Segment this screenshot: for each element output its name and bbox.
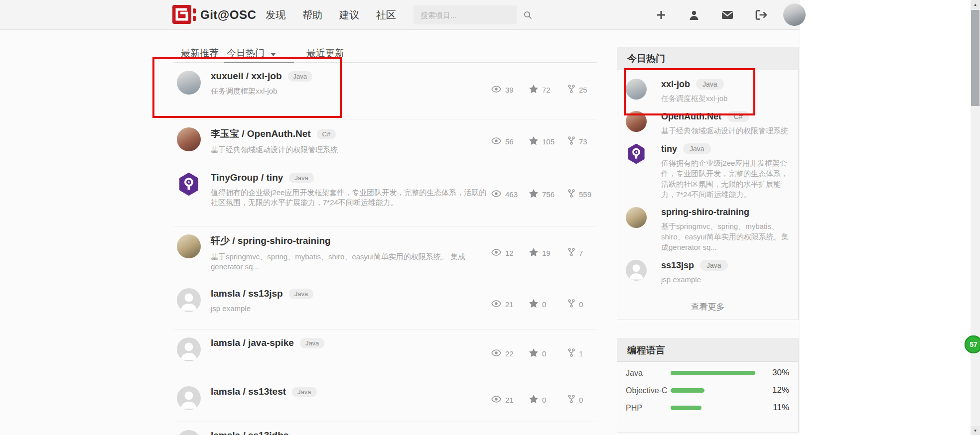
fork-stat: 7	[568, 248, 592, 258]
eye-icon	[491, 349, 501, 358]
hot-project-item[interactable]: OpenAuth.NetC#基于经典领域驱动设计的权限管理系统	[626, 111, 789, 136]
hot-project-name[interactable]: tiny	[661, 144, 677, 154]
chevron-down-icon	[271, 48, 276, 59]
language-label[interactable]: Java	[626, 368, 671, 381]
avatar[interactable]	[626, 79, 647, 100]
floating-badge[interactable]: 57	[965, 335, 980, 353]
project-title[interactable]: TinyGroup / tiny	[211, 172, 283, 183]
hot-project-item[interactable]: xxl-jobJava任务调度框架xxl-job	[626, 79, 789, 104]
eye-icon	[491, 396, 501, 404]
star-icon	[529, 348, 538, 358]
language-tag: Java	[289, 173, 313, 183]
project-stats: 2100	[491, 395, 592, 405]
hot-project-description: 值得拥有的企业级j2ee应用开发框架套件，专业团队开发，完整的生态体系，活跃的社…	[661, 158, 789, 200]
project-row[interactable]: lamsla / ss13jdbc	[173, 422, 597, 435]
language-label[interactable]: Objective-C	[626, 385, 671, 398]
project-row[interactable]: TinyGroup / tinyJava值得拥有的企业级j2ee应用开发框架套件…	[173, 164, 597, 226]
fork-stat: 0	[568, 395, 592, 405]
project-text: 轩少 / spring-shiro-training基于springmvc、sp…	[211, 234, 490, 280]
project-description: 基于经典领域驱动设计的权限管理系统	[211, 145, 490, 155]
avatar-placeholder[interactable]	[177, 430, 201, 435]
tab-2[interactable]: 今日热门	[227, 47, 276, 60]
project-text: lamsla / ss13testJava	[211, 386, 490, 422]
project-row[interactable]: xuxueli / xxl-jobJava任务调度框架xxl-job397225	[173, 63, 597, 119]
project-title[interactable]: lamsla / ss13jdbc	[211, 430, 288, 435]
hot-project-name[interactable]: ss13jsp	[661, 260, 694, 271]
hot-project-text: OpenAuth.NetC#基于经典领域驱动设计的权限管理系统	[661, 111, 789, 136]
fork-icon	[568, 248, 575, 258]
project-row[interactable]: 轩少 / spring-shiro-training基于springmvc、sp…	[173, 226, 597, 280]
project-title[interactable]: lamsla / java-spike	[211, 337, 294, 348]
signout-icon[interactable]	[755, 10, 767, 20]
avatar[interactable]	[177, 234, 201, 258]
brand-title[interactable]: Git@OSC	[200, 8, 256, 22]
hot-project-name[interactable]: xxl-job	[661, 79, 690, 90]
search-box	[414, 5, 517, 24]
avatar-placeholder[interactable]	[177, 288, 201, 312]
language-bar	[671, 371, 755, 375]
hot-project-item[interactable]: ss13jspJavajsp example	[626, 260, 789, 285]
user-avatar[interactable]	[783, 3, 806, 26]
eye-icon	[491, 249, 501, 257]
project-title[interactable]: xuxueli / xxl-job	[211, 71, 282, 82]
star-stat: 72	[529, 85, 568, 95]
tab-label: 最新推荐	[181, 47, 219, 60]
nav-item[interactable]: 社区	[376, 8, 396, 22]
avatar[interactable]	[626, 111, 647, 132]
new-project-icon[interactable]	[656, 9, 667, 20]
hot-project-name[interactable]: OpenAuth.Net	[661, 111, 721, 122]
language-bar	[671, 406, 701, 410]
star-count: 72	[542, 86, 551, 94]
fork-stat: 1	[568, 348, 592, 358]
project-logo[interactable]	[626, 143, 647, 164]
view-more-link[interactable]: 查看更多	[617, 297, 798, 320]
avatar[interactable]	[177, 71, 201, 95]
scroll-up-arrow[interactable]: ▲	[971, 0, 980, 9]
project-stats: 463756559	[491, 189, 592, 199]
search-icon[interactable]	[524, 11, 532, 19]
hot-project-item[interactable]: tinyJava值得拥有的企业级j2ee应用开发框架套件，专业团队开发，完整的生…	[626, 143, 789, 200]
project-logo[interactable]	[177, 172, 201, 196]
gitosc-logo-icon[interactable]	[172, 5, 196, 25]
star-stat: 0	[529, 299, 568, 309]
tab-3[interactable]: 最近更新	[306, 47, 344, 60]
user-icon[interactable]	[689, 9, 700, 20]
mail-icon[interactable]	[721, 10, 733, 19]
scroll-down-arrow[interactable]: ▼	[971, 426, 980, 435]
project-row[interactable]: 李玉宝 / OpenAuth.NetC#基于经典领域驱动设计的权限管理系统561…	[173, 119, 597, 164]
project-row[interactable]: lamsla / java-spikeJava2201	[173, 329, 597, 378]
hot-project-description: jsp example	[661, 274, 789, 285]
project-title[interactable]: 李玉宝 / OpenAuth.Net	[211, 127, 311, 140]
language-label[interactable]: PHP	[626, 403, 671, 416]
hot-project-item[interactable]: spring-shiro-training基于springmvc、spring、…	[626, 207, 789, 252]
star-stat: 0	[529, 395, 568, 405]
project-title[interactable]: 轩少 / spring-shiro-training	[211, 234, 331, 247]
hot-project-text: xxl-jobJava任务调度框架xxl-job	[661, 79, 789, 104]
project-stats: 5610573	[491, 136, 592, 146]
language-rows: Java30%Objective-C12%PHP11%	[617, 362, 798, 416]
project-title[interactable]: lamsla / ss13jsp	[211, 288, 283, 299]
project-title-line: TinyGroup / tinyJava	[211, 172, 490, 183]
avatar-placeholder[interactable]	[177, 337, 201, 361]
watch-count: 39	[505, 86, 514, 94]
project-row[interactable]: lamsla / ss13jspJavajsp example2100	[173, 280, 597, 329]
tab-1[interactable]: 最新推荐	[181, 47, 219, 60]
nav-item[interactable]: 建议	[339, 8, 359, 22]
project-row[interactable]: lamsla / ss13testJava2100	[173, 378, 597, 422]
vertical-scrollbar: ▲ ▼	[971, 0, 980, 435]
watch-count: 22	[505, 349, 514, 358]
nav-item[interactable]: 发现	[266, 8, 285, 22]
hot-project-name[interactable]: spring-shiro-training	[661, 207, 749, 218]
project-title[interactable]: lamsla / ss13test	[211, 386, 286, 397]
avatar-placeholder[interactable]	[626, 260, 647, 281]
search-input[interactable]	[414, 11, 524, 19]
avatar[interactable]	[626, 207, 647, 228]
language-tag: Java	[683, 143, 711, 154]
scrollbar-thumb[interactable]	[971, 10, 980, 106]
project-title-line: 轩少 / spring-shiro-training	[211, 234, 490, 247]
avatar-placeholder[interactable]	[177, 386, 201, 410]
nav-item[interactable]: 帮助	[302, 8, 322, 22]
eye-icon	[491, 86, 501, 94]
languages-panel-title: 编程语言	[617, 339, 798, 362]
avatar[interactable]	[177, 127, 201, 151]
